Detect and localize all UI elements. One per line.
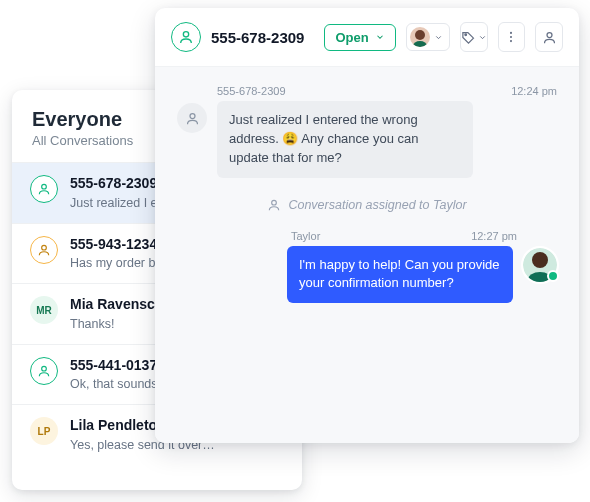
svg-point-3 — [183, 32, 188, 37]
person-icon — [30, 236, 58, 264]
avatar-initials: MR — [30, 296, 58, 324]
assignment-notice: Conversation assigned to Taylor — [177, 198, 557, 212]
svg-point-8 — [547, 32, 552, 37]
svg-point-9 — [190, 113, 195, 118]
outgoing-sender: Taylor — [291, 230, 320, 242]
person-icon — [171, 22, 201, 52]
tag-icon — [461, 30, 476, 45]
chat-panel: 555-678-2309 Open 555-678-2309 12:24 pm — [155, 8, 579, 443]
incoming-sender: 555-678-2309 — [217, 85, 286, 97]
svg-point-10 — [272, 200, 277, 205]
incoming-message-bubble[interactable]: Just realized I entered the wrong addres… — [217, 101, 473, 178]
person-icon — [177, 103, 207, 133]
person-icon — [267, 198, 281, 212]
svg-point-5 — [510, 32, 512, 34]
incoming-message-meta: 555-678-2309 12:24 pm — [177, 85, 557, 97]
outgoing-time: 12:27 pm — [471, 230, 517, 242]
status-label: Open — [335, 30, 368, 45]
contact-details-button[interactable] — [535, 22, 563, 52]
svg-point-1 — [42, 245, 47, 250]
chevron-down-icon — [478, 33, 487, 42]
person-icon — [542, 30, 557, 45]
avatar-initials: LP — [30, 417, 58, 445]
more-vertical-icon — [504, 30, 518, 44]
chat-contact-name: 555-678-2309 — [211, 29, 304, 46]
assignment-text: Conversation assigned to Taylor — [288, 198, 466, 212]
assignee-dropdown-button[interactable] — [406, 23, 450, 51]
svg-point-7 — [510, 40, 512, 42]
svg-point-4 — [465, 33, 467, 35]
chevron-down-icon — [375, 32, 385, 42]
outgoing-message-bubble[interactable]: I'm happy to help! Can you provide your … — [287, 246, 513, 304]
outgoing-message-row: I'm happy to help! Can you provide your … — [177, 246, 557, 304]
assignee-avatar — [410, 27, 430, 47]
status-dropdown-button[interactable]: Open — [324, 24, 395, 51]
incoming-message-row: Just realized I entered the wrong addres… — [177, 101, 557, 178]
agent-avatar-wrap — [523, 246, 557, 280]
svg-point-6 — [510, 36, 512, 38]
tag-button[interactable] — [460, 22, 488, 52]
chat-header: 555-678-2309 Open — [155, 8, 579, 67]
svg-point-0 — [42, 184, 47, 189]
more-actions-button[interactable] — [498, 22, 526, 52]
person-icon — [30, 175, 58, 203]
svg-point-2 — [42, 366, 47, 371]
incoming-time: 12:24 pm — [511, 85, 557, 97]
outgoing-message-meta: Taylor 12:27 pm — [291, 230, 517, 242]
chat-body: 555-678-2309 12:24 pm Just realized I en… — [155, 67, 579, 443]
person-icon — [30, 357, 58, 385]
online-status-badge — [547, 270, 559, 282]
chevron-down-icon — [434, 33, 443, 42]
